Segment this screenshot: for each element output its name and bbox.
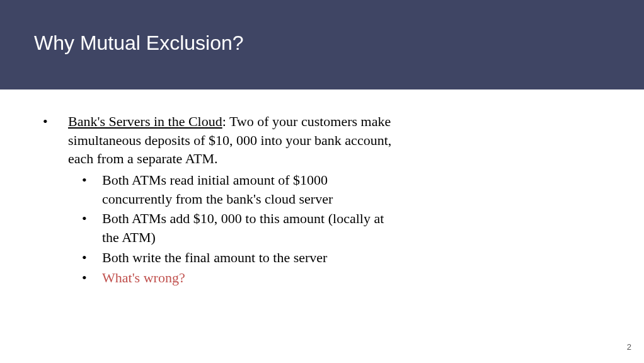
inner-list: Both ATMs read initial amount of $1000 c… — [68, 171, 606, 287]
intro-text: Bank's Servers in the Cloud: Two of your… — [68, 112, 396, 168]
sub-bullet: Both ATMs add $10, 000 to this amount (l… — [68, 209, 396, 246]
intro-lead: Bank's Servers in the Cloud — [68, 113, 222, 129]
main-bullet: Bank's Servers in the Cloud: Two of your… — [43, 112, 606, 287]
sub-bullet: Both write the final amount to the serve… — [68, 248, 396, 267]
sub-bullet-highlight: What's wrong? — [68, 268, 396, 287]
page-number: 2 — [627, 342, 631, 352]
sub-bullet: Both ATMs read initial amount of $1000 c… — [68, 171, 396, 208]
slide-title: Why Mutual Exclusion? — [34, 32, 244, 55]
title-bar: Why Mutual Exclusion? — [0, 0, 644, 89]
outer-list: Bank's Servers in the Cloud: Two of your… — [43, 112, 606, 287]
slide: Why Mutual Exclusion? Bank's Servers in … — [0, 0, 644, 363]
slide-body: Bank's Servers in the Cloud: Two of your… — [43, 112, 606, 287]
